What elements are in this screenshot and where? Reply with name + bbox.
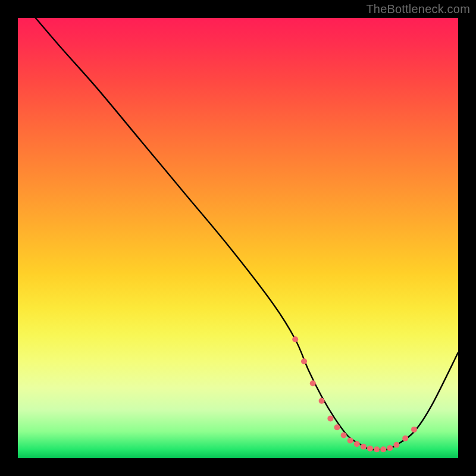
optimal-marker xyxy=(361,444,367,450)
optimal-marker xyxy=(402,436,408,441)
optimal-marker xyxy=(411,427,417,433)
optimal-marker xyxy=(319,398,325,404)
watermark-text: TheBottleneck.com xyxy=(366,2,470,16)
chart-stage: TheBottleneck.com xyxy=(0,0,476,476)
curve-layer xyxy=(18,18,458,458)
optimal-marker xyxy=(354,441,360,447)
plot-area xyxy=(18,18,458,458)
optimal-range-markers xyxy=(292,336,417,452)
optimal-marker xyxy=(367,446,373,452)
optimal-marker xyxy=(374,446,380,452)
optimal-marker xyxy=(393,442,399,448)
optimal-marker xyxy=(341,433,347,439)
optimal-marker xyxy=(310,380,316,386)
optimal-marker xyxy=(387,445,393,451)
optimal-marker xyxy=(347,437,353,443)
optimal-marker xyxy=(380,446,386,452)
optimal-marker xyxy=(301,358,307,364)
optimal-marker xyxy=(292,336,298,342)
optimal-marker xyxy=(334,424,340,430)
optimal-marker xyxy=(327,415,333,421)
bottleneck-curve xyxy=(36,18,458,450)
